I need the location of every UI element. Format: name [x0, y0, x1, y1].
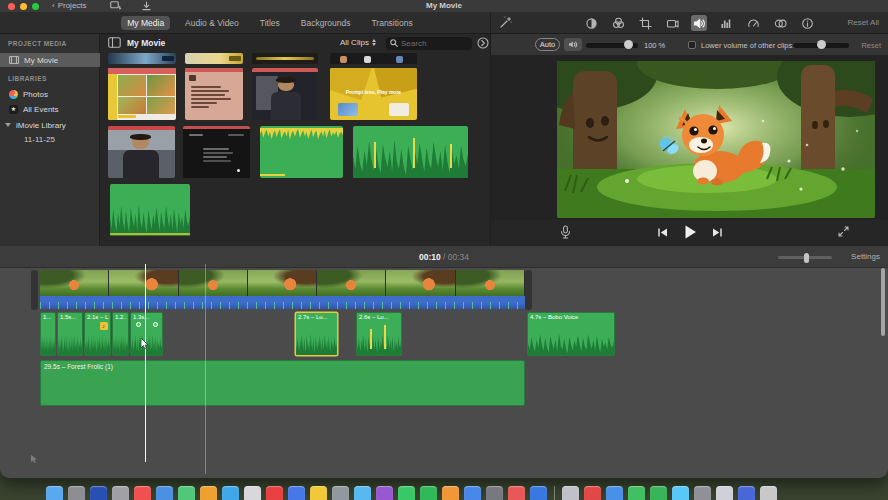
clip-thumbnail-audio[interactable]	[260, 126, 343, 178]
dock-app-icon[interactable]	[508, 486, 525, 500]
timeline-audio-clip-selected[interactable]: 2.7s – Lu...	[295, 312, 338, 356]
dock-app-icon[interactable]	[738, 486, 755, 500]
tab-my-media[interactable]: My Media	[121, 16, 170, 30]
sidebar-toggle-icon[interactable]	[108, 37, 121, 48]
video-audio-waveform-track[interactable]	[40, 296, 525, 309]
sidebar-item-imovie-library[interactable]: iMovie Library	[0, 118, 100, 132]
dock-app-icon[interactable]	[288, 486, 305, 500]
dock-app-icon[interactable]	[606, 486, 623, 500]
dock-app-icon[interactable]	[90, 486, 107, 500]
dock-app-icon[interactable]	[486, 486, 503, 500]
dock-app-icon[interactable]	[442, 486, 459, 500]
timeline-zoom-slider[interactable]	[778, 256, 832, 259]
fade-handle[interactable]	[153, 322, 158, 327]
clip-info-button[interactable]	[799, 15, 815, 31]
dock-app-icon[interactable]	[420, 486, 437, 500]
search-field[interactable]	[386, 37, 472, 50]
dock-app-icon[interactable]	[398, 486, 415, 500]
timeline-scrollbar[interactable]	[881, 268, 885, 336]
dock-app-icon[interactable]	[134, 486, 151, 500]
timeline-audio-clip[interactable]: 1.5s...	[57, 312, 83, 356]
color-balance-button[interactable]	[583, 15, 599, 31]
lower-volume-slider[interactable]	[793, 43, 849, 48]
stabilization-button[interactable]	[664, 15, 680, 31]
skip-forward-button[interactable]	[711, 226, 724, 239]
dock-app-icon[interactable]	[178, 486, 195, 500]
dock-app-icon[interactable]	[156, 486, 173, 500]
dock-app-icon[interactable]	[332, 486, 349, 500]
timeline-audio-clip[interactable]: 2.6s – Lu...	[356, 312, 402, 356]
clip-thumbnail-slide[interactable]: Prompt less, Play more	[330, 68, 417, 120]
timeline-settings-button[interactable]: Settings	[851, 252, 880, 261]
speed-button[interactable]	[745, 15, 761, 31]
dock-app-icon[interactable]	[266, 486, 283, 500]
skip-back-button[interactable]	[656, 226, 669, 239]
color-correction-button[interactable]	[610, 15, 626, 31]
sidebar-item-my-movie[interactable]: My Movie	[0, 53, 100, 67]
noise-reduction-button[interactable]	[718, 15, 734, 31]
clip-trim-handle-right[interactable]	[525, 270, 532, 310]
clip-thumbnail[interactable]	[330, 53, 417, 64]
volume-slider-knob[interactable]	[624, 40, 633, 49]
clip-thumbnail-audio[interactable]	[353, 126, 468, 178]
auto-volume-button[interactable]: Auto	[535, 38, 560, 51]
lower-volume-knob[interactable]	[817, 40, 826, 49]
sidebar-item-photos[interactable]: Photos	[0, 87, 100, 101]
search-input[interactable]	[401, 39, 468, 48]
dock-app-icon[interactable]	[244, 486, 261, 500]
dock-app-icon[interactable]	[760, 486, 777, 500]
dock-app-icon[interactable]	[112, 486, 129, 500]
clip-thumbnail-fox-collage[interactable]	[108, 68, 176, 120]
sidebar-item-all-events[interactable]: ★ All Events	[0, 102, 100, 116]
dock-app-icon[interactable]	[200, 486, 217, 500]
fullscreen-icon[interactable]	[837, 225, 850, 238]
dock-app-icon[interactable]	[562, 486, 579, 500]
volume-slider[interactable]	[586, 43, 638, 48]
fade-handle[interactable]	[136, 322, 141, 327]
clip-thumbnail[interactable]	[185, 53, 243, 64]
clip-thumbnail-audio[interactable]	[110, 184, 190, 236]
timeline-zoom-knob[interactable]	[804, 253, 809, 263]
timeline-audio-clip[interactable]: 1...	[40, 312, 56, 356]
continuous-playback-icon[interactable]	[477, 37, 489, 49]
reset-button[interactable]: Reset	[861, 41, 881, 50]
tab-titles[interactable]: Titles	[254, 16, 286, 30]
tab-transitions[interactable]: Transitions	[365, 16, 418, 30]
dock-app-icon[interactable]	[68, 486, 85, 500]
timeline-audio-clip[interactable]: 4.7s – Bobo Voice	[527, 312, 615, 356]
mute-button[interactable]	[564, 38, 582, 51]
clip-thumbnail-terminal[interactable]	[183, 126, 250, 178]
clip-filter-button[interactable]	[772, 15, 788, 31]
video-track-filmstrip[interactable]	[40, 270, 525, 296]
dock-app-icon[interactable]	[46, 486, 63, 500]
dock-app-icon[interactable]	[376, 486, 393, 500]
disclosure-chevron-icon[interactable]	[5, 123, 11, 127]
dock-app-icon[interactable]	[694, 486, 711, 500]
timeline-audio-clip[interactable]: 1.2...	[112, 312, 129, 356]
volume-button[interactable]	[691, 15, 707, 31]
dock-app-icon[interactable]	[310, 486, 327, 500]
dock-app-icon[interactable]	[716, 486, 733, 500]
playhead[interactable]	[145, 264, 146, 462]
dock-app-icon[interactable]	[628, 486, 645, 500]
all-clips-dropdown[interactable]: All Clips	[340, 38, 376, 47]
dock-app-icon[interactable]	[650, 486, 667, 500]
dock-app-icon[interactable]	[222, 486, 239, 500]
reset-all-button[interactable]: Reset All	[847, 18, 879, 27]
play-button[interactable]	[682, 224, 698, 240]
background-music-clip[interactable]: 29.5s – Forest Frolic (1)	[40, 360, 525, 406]
lower-volume-checkbox[interactable]	[688, 41, 696, 49]
timeline-audio-clip[interactable]: 2.1s – L... ♪	[84, 312, 111, 356]
clip-thumbnail[interactable]	[252, 53, 318, 64]
tab-backgrounds[interactable]: Backgrounds	[295, 16, 357, 30]
clip-thumbnail-webcam[interactable]	[252, 68, 318, 120]
dock-app-icon[interactable]	[584, 486, 601, 500]
tab-audio-video[interactable]: Audio & Video	[179, 16, 245, 30]
clip-thumbnail-webcam[interactable]	[108, 126, 175, 178]
enhance-wand-icon[interactable]	[499, 16, 512, 29]
sidebar-item-event-date[interactable]: 11-11-25	[0, 132, 100, 146]
clip-thumbnail-document[interactable]	[185, 68, 243, 120]
dock-app-icon[interactable]	[464, 486, 481, 500]
dock-app-icon[interactable]	[672, 486, 689, 500]
crop-button[interactable]	[637, 15, 653, 31]
